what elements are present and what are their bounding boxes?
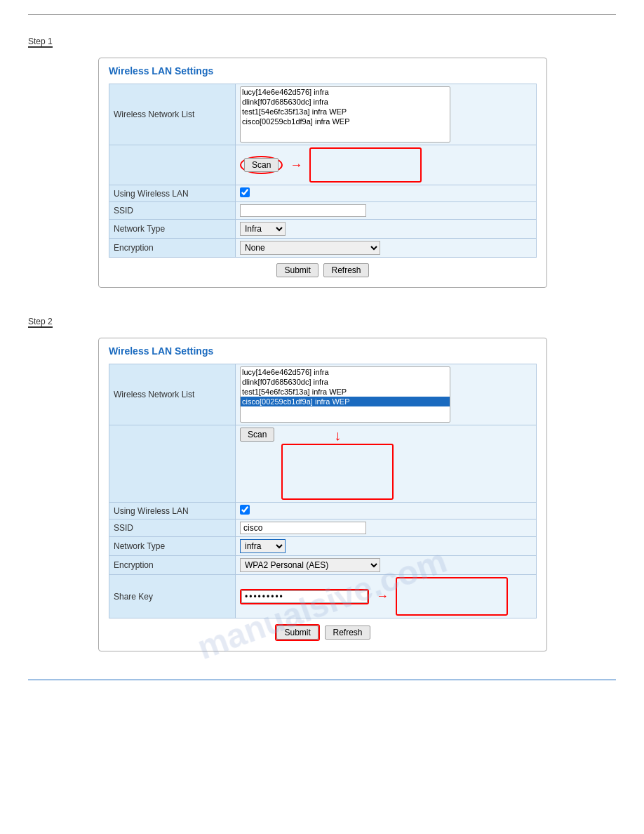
ssid-row-2: SSID [109, 519, 537, 537]
using-wireless-row: Using Wireless LAN [109, 185, 537, 202]
scan-area: Scan → [240, 147, 532, 183]
network-option[interactable]: dlink[f07d685630dc] infra [241, 97, 450, 107]
arrow-annotation-2: ↓ [281, 428, 394, 500]
network-type-label-2: Network Type [109, 537, 236, 556]
settings-title-2: Wireless LAN Settings [109, 345, 537, 357]
annotation-callout-2 [281, 444, 394, 500]
network-list-select-1[interactable]: lucy[14e6e462d576] infra dlink[f07d68563… [240, 86, 450, 143]
using-wireless-cell [236, 185, 537, 202]
scan-button-1[interactable]: Scan [244, 158, 279, 172]
submit-circle-2: Submit [275, 624, 319, 641]
top-divider [28, 14, 616, 15]
network-option-2[interactable]: test1[54e6fc35f13a] infra WEP [241, 387, 450, 397]
encryption-row-2: Encryption None WEP WPA Personal (TKIP) … [109, 556, 537, 575]
network-list-cell-2: lucy[14e6e462d576] infra dlink[f07d68563… [236, 364, 537, 425]
network-type-cell-2: infra Ad-hoc [236, 537, 537, 556]
encryption-label-1: Encryption [109, 239, 236, 258]
network-option-2-selected[interactable]: cisco[00259cb1df9a] infra WEP [241, 397, 450, 406]
network-option-2[interactable]: dlink[f07d685630dc] infra [241, 377, 450, 387]
scan-row: Scan → [109, 145, 537, 185]
encryption-row: Encryption None WEP WPA Personal (TKIP) … [109, 239, 537, 258]
ssid-row: SSID [109, 202, 537, 220]
scan-row-2: Scan ↓ [109, 425, 537, 503]
ssid-cell-2 [236, 519, 537, 537]
form-table-1: Wireless Network List lucy[14e6e462d576]… [109, 84, 537, 258]
network-list-cell: lucy[14e6e462d576] infra dlink[f07d68563… [236, 84, 537, 145]
settings-box-1: Wireless LAN Settings Wireless Network L… [98, 58, 547, 288]
scan-cell-2: Scan ↓ [236, 425, 537, 503]
encryption-cell: None WEP WPA Personal (TKIP) WPA2 Person… [236, 239, 537, 258]
arrow-down-2: ↓ [334, 428, 341, 444]
scan-button-2[interactable]: Scan [240, 428, 274, 442]
network-option[interactable]: lucy[14e6e462d576] infra [241, 87, 450, 97]
ssid-cell [236, 202, 537, 220]
submit-button-1[interactable]: Submit [276, 263, 318, 277]
refresh-button-1[interactable]: Refresh [323, 263, 368, 277]
refresh-button-2[interactable]: Refresh [325, 626, 370, 640]
network-list-row: Wireless Network List lucy[14e6e462d576]… [109, 84, 537, 145]
ssid-input-2[interactable] [240, 522, 366, 534]
scan-circle: Scan [240, 156, 283, 174]
using-wireless-checkbox-2[interactable] [240, 505, 250, 515]
network-list-label: Wireless Network List [109, 84, 236, 145]
annotation-callout-1 [309, 147, 422, 183]
submit-button-2[interactable]: Submit [276, 626, 318, 640]
encryption-select-1[interactable]: None WEP WPA Personal (TKIP) WPA2 Person… [240, 241, 380, 255]
scan-cell: Scan → [236, 145, 537, 185]
share-key-label: Share Key [109, 575, 236, 618]
arrow-right-2: → [376, 589, 389, 604]
network-option[interactable]: test1[54e6fc35f13a] infra WEP [241, 107, 450, 117]
encryption-cell-2: None WEP WPA Personal (TKIP) WPA2 Person… [236, 556, 537, 575]
step1-label: Step 1 [28, 37, 53, 48]
ssid-label-2: SSID [109, 519, 236, 537]
network-type-select-1[interactable]: Infra Ad-hoc [240, 222, 286, 236]
bottom-divider [28, 680, 616, 680]
network-type-row: Network Type Infra Ad-hoc [109, 220, 537, 239]
network-type-select-2[interactable]: infra Ad-hoc [240, 539, 286, 553]
using-wireless-label-2: Using Wireless LAN [109, 503, 236, 519]
share-key-row: Share Key → [109, 575, 537, 618]
network-list-row-2: Wireless Network List lucy[14e6e462d576]… [109, 364, 537, 425]
settings-title-1: Wireless LAN Settings [109, 65, 537, 77]
using-wireless-checkbox-1[interactable] [240, 187, 250, 197]
form-table-2: Wireless Network List lucy[14e6e462d576]… [109, 364, 537, 618]
network-option[interactable]: cisco[00259cb1df9a] infra WEP [241, 117, 450, 126]
annotation-callout-3 [396, 577, 508, 616]
section1: Step 1 Wireless LAN Settings Wireless Ne… [28, 36, 616, 288]
scan-area-2: Scan ↓ [240, 428, 532, 500]
arrow-right-1: → [290, 158, 302, 173]
network-type-cell: Infra Ad-hoc [236, 220, 537, 239]
share-key-area: → [240, 577, 532, 616]
using-wireless-label: Using Wireless LAN [109, 185, 236, 202]
share-key-circle [240, 589, 369, 604]
section2: Step 2 Wireless LAN Settings Wireless Ne… [28, 316, 616, 651]
encryption-select-2[interactable]: None WEP WPA Personal (TKIP) WPA2 Person… [240, 558, 380, 572]
using-wireless-cell-2 [236, 503, 537, 519]
network-type-label-1: Network Type [109, 220, 236, 239]
ssid-label-1: SSID [109, 202, 236, 220]
button-row-1: Submit Refresh [109, 263, 537, 277]
step2-label: Step 2 [28, 317, 53, 328]
share-key-input[interactable] [241, 590, 368, 603]
network-list-label-2: Wireless Network List [109, 364, 236, 425]
network-type-row-2: Network Type infra Ad-hoc [109, 537, 537, 556]
network-list-select-2[interactable]: lucy[14e6e462d576] infra dlink[f07d68563… [240, 366, 450, 423]
settings-box-2: Wireless LAN Settings Wireless Network L… [98, 338, 547, 651]
encryption-label-2: Encryption [109, 556, 236, 575]
share-key-cell: → [236, 575, 537, 618]
ssid-input-1[interactable] [240, 204, 366, 217]
using-wireless-row-2: Using Wireless LAN [109, 503, 537, 519]
button-row-2: Submit Refresh [109, 624, 537, 641]
network-option-2[interactable]: lucy[14e6e462d576] infra [241, 367, 450, 377]
